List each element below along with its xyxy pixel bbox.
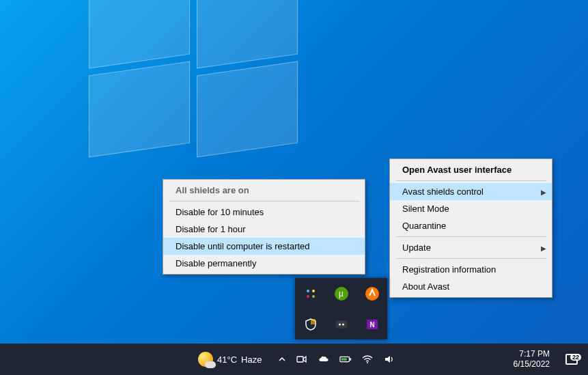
- avast-icon[interactable]: [364, 286, 380, 302]
- menu-separator: [395, 258, 546, 259]
- meet-now-icon[interactable]: [296, 353, 308, 365]
- tray-overflow-flyout: µ N: [295, 278, 387, 339]
- svg-text:N: N: [369, 321, 374, 329]
- submenu-arrow-icon: ▶: [541, 244, 546, 251]
- submenu-arrow-icon: ▶: [541, 188, 546, 195]
- svg-point-8: [342, 323, 344, 325]
- windows-security-icon[interactable]: [303, 316, 319, 333]
- clock-date: 6/15/2022: [514, 359, 550, 370]
- desktop[interactable]: All shields are on Disable for 10 minute…: [0, 0, 588, 375]
- svg-point-1: [312, 290, 315, 292]
- windows-logo-wallpaper: [89, 0, 300, 150]
- svg-rect-11: [297, 357, 303, 362]
- weather-temp: 41°C: [217, 355, 237, 365]
- taskbar-clock[interactable]: 7:17 PM 6/15/2022: [509, 346, 554, 372]
- submenu-header: All shields are on: [163, 182, 365, 199]
- system-tray: [296, 353, 395, 365]
- svg-rect-5: [311, 319, 316, 324]
- svg-rect-14: [341, 358, 347, 361]
- svg-point-3: [312, 295, 315, 298]
- notification-badge: 22: [570, 354, 581, 361]
- menu-item-update[interactable]: Update ▶: [390, 239, 552, 256]
- clock-time: 7:17 PM: [514, 349, 550, 359]
- menu-item-label: Update: [402, 242, 431, 253]
- volume-icon[interactable]: [383, 353, 395, 365]
- action-center-button[interactable]: 22: [559, 354, 584, 365]
- menu-item-shields-control[interactable]: Avast shields control ▶: [390, 183, 552, 200]
- svg-point-7: [339, 323, 341, 325]
- discord-icon[interactable]: [333, 316, 350, 333]
- utorrent-icon[interactable]: µ: [333, 286, 350, 302]
- menu-item-quarantine[interactable]: Quarantine: [390, 217, 552, 234]
- settings-sync-icon[interactable]: [303, 286, 319, 302]
- weather-widget[interactable]: 41°C Haze: [198, 352, 262, 367]
- menu-item-disable-1hr[interactable]: Disable for 1 hour: [163, 221, 365, 238]
- menu-item-registration[interactable]: Registration information: [390, 261, 552, 278]
- menu-item-open-ui[interactable]: Open Avast user interface: [390, 161, 552, 178]
- svg-point-15: [367, 362, 368, 363]
- svg-point-2: [307, 295, 309, 298]
- menu-item-disable-10min[interactable]: Disable for 10 minutes: [163, 204, 365, 221]
- avast-context-menu: Open Avast user interface Avast shields …: [389, 158, 552, 298]
- menu-item-silent-mode[interactable]: Silent Mode: [390, 200, 552, 217]
- menu-item-disable-until-restart[interactable]: Disable until computer is restarted: [163, 238, 365, 255]
- menu-separator: [395, 236, 546, 237]
- onedrive-icon[interactable]: [318, 353, 330, 365]
- svg-rect-6: [336, 320, 347, 329]
- weather-condition: Haze: [241, 355, 262, 365]
- wifi-icon[interactable]: [361, 353, 374, 365]
- onenote-icon[interactable]: N: [364, 316, 380, 333]
- avast-shields-submenu: All shields are on Disable for 10 minute…: [163, 179, 365, 275]
- tray-overflow-toggle[interactable]: [278, 355, 286, 363]
- menu-item-about[interactable]: About Avast: [390, 278, 552, 295]
- menu-item-label: Avast shields control: [402, 186, 484, 197]
- svg-point-0: [307, 290, 309, 292]
- menu-separator: [395, 180, 546, 181]
- svg-rect-13: [350, 358, 352, 361]
- weather-icon: [198, 352, 213, 367]
- menu-item-disable-permanent[interactable]: Disable permanently: [163, 255, 365, 272]
- battery-icon[interactable]: [339, 353, 352, 365]
- taskbar: 41°C Haze 7:17 PM 6/15/2022: [0, 344, 588, 375]
- menu-separator: [169, 201, 359, 202]
